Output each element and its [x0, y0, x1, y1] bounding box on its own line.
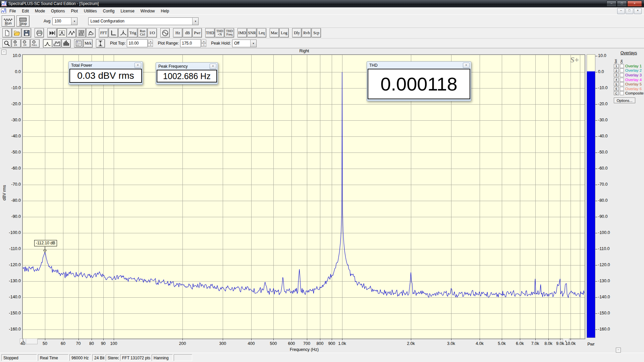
wave-icon — [68, 29, 75, 37]
triggering-button[interactable]: Trig — [128, 28, 138, 38]
imd-button[interactable]: IMD — [237, 28, 247, 38]
overlay-on-5-checkbox[interactable] — [620, 82, 624, 86]
new-file-button[interactable] — [2, 28, 12, 38]
menu-utilities[interactable]: Utilities — [81, 8, 100, 14]
overlay-on-1-checkbox[interactable] — [620, 64, 624, 68]
overlays-options-button[interactable]: Options... — [614, 98, 635, 103]
zoom-out-full-button[interactable] — [31, 39, 40, 48]
child-restore-button[interactable]: □ — [626, 8, 633, 14]
peak-hold-select[interactable]: Off ▼ — [232, 40, 257, 47]
menu-plot[interactable]: Plot — [68, 8, 81, 14]
run-control-button[interactable]: Run Ctrl — [138, 28, 147, 38]
avg-select[interactable]: 100 ▼ — [52, 17, 77, 25]
close-icon[interactable]: × — [463, 63, 470, 68]
leq-button[interactable]: Leq — [257, 28, 266, 38]
thd-window[interactable]: THD × 0.000118 — [367, 61, 471, 101]
legend-button[interactable] — [74, 39, 83, 48]
x-axis-label: 1.0k — [332, 341, 352, 346]
overlay-label: Overlay 1 — [625, 64, 642, 68]
child-close-button[interactable]: × — [634, 8, 642, 14]
power-scale-tick — [595, 233, 597, 233]
power-scale-label: -150.0 — [598, 311, 615, 315]
x-axis-tick — [520, 339, 520, 340]
overlay-on-2-checkbox[interactable] — [620, 68, 624, 72]
menu-edit[interactable]: Edit — [19, 8, 32, 14]
overlay-on-3-checkbox[interactable] — [620, 73, 624, 77]
total-power-window[interactable]: Total Power × 0.03 dBV rms — [68, 61, 143, 85]
menu-options[interactable]: Options — [48, 8, 68, 14]
reverb-button[interactable]: Rvb — [302, 28, 311, 38]
print-button[interactable] — [35, 28, 44, 38]
plot-range-spinner[interactable]: ▲▼ — [201, 40, 206, 47]
amplitude-range-button[interactable] — [96, 39, 105, 48]
time-series-view-button[interactable] — [67, 28, 76, 38]
status-cell-hanning: Hanning — [152, 354, 173, 361]
spectrum-view-button[interactable] — [57, 28, 66, 38]
stop-button[interactable]: Stop — [16, 15, 30, 27]
input-output-button[interactable]: I/O — [148, 28, 157, 38]
scope-button[interactable]: Scp — [312, 28, 321, 38]
zoom-in-2x-button[interactable] — [12, 39, 21, 48]
maximize-button[interactable]: □ — [617, 1, 627, 7]
plot-top-input[interactable] — [127, 39, 148, 47]
y-axis-label: -30.0 — [1, 118, 21, 122]
plot-top-spinner[interactable]: ▲▼ — [148, 40, 153, 47]
bar-plot-style-button[interactable] — [52, 39, 61, 48]
menu-license[interactable]: License — [117, 8, 137, 14]
thd-freq-button[interactable]: THD Freq — [225, 28, 234, 38]
zoom-tool-button[interactable] — [2, 39, 11, 48]
total-power-button[interactable]: Pwr — [193, 28, 202, 38]
surface-view-button[interactable] — [86, 28, 96, 38]
thd-button[interactable]: THD — [205, 28, 215, 38]
processing-button[interactable] — [118, 28, 128, 38]
frequency-units-button[interactable]: Hz — [173, 28, 182, 38]
overlay-set-C-button[interactable]: C — [614, 91, 619, 95]
overlay-on-6-checkbox[interactable] — [620, 87, 624, 91]
line-plot-style-button[interactable] — [43, 39, 52, 48]
overlay-set-4-button[interactable]: 4 — [614, 78, 619, 82]
chevron-down-icon[interactable]: ▼ — [192, 18, 198, 25]
delay-button[interactable]: Dly — [292, 28, 302, 38]
save-file-button[interactable] — [22, 28, 31, 38]
spectrum-chart[interactable] — [22, 54, 585, 339]
close-icon[interactable]: × — [210, 64, 216, 69]
snr-button[interactable]: SNR — [247, 28, 257, 38]
overlay-on-4-checkbox[interactable] — [620, 78, 624, 82]
thd-plus-n-button[interactable]: THD +N — [215, 28, 224, 38]
logging-button[interactable]: Log — [279, 28, 289, 38]
overlay-set-1-button[interactable]: 1 — [614, 64, 619, 68]
amplitude-units-button[interactable]: dB — [183, 28, 192, 38]
chevron-down-icon[interactable]: ▼ — [71, 18, 77, 25]
signal-generator-button[interactable] — [160, 28, 170, 38]
peak-frequency-window[interactable]: Peak Frequency × 1002.686 Hz — [156, 62, 218, 84]
overlay-on-C-checkbox[interactable] — [620, 91, 624, 95]
menu-help[interactable]: Help — [158, 8, 172, 14]
menu-mode[interactable]: Mode — [32, 8, 48, 14]
close-button[interactable]: × — [627, 1, 642, 7]
avg-value: 100 — [54, 19, 61, 23]
menu-config[interactable]: Config — [100, 8, 118, 14]
y-axis-label: -140.0 — [1, 295, 21, 299]
post-process-button[interactable] — [47, 28, 57, 38]
close-icon[interactable]: × — [135, 63, 141, 68]
minimize-button[interactable]: – — [606, 1, 616, 7]
menu-file[interactable]: File — [6, 8, 19, 14]
child-minimize-button[interactable]: – — [617, 8, 625, 14]
scaling-button[interactable] — [109, 28, 118, 38]
plot-range-input[interactable] — [180, 39, 201, 47]
sgram-icon — [78, 29, 85, 37]
overlay-label: Overlay 6 — [625, 87, 642, 91]
histogram-plot-style-button[interactable] — [62, 39, 71, 48]
pane-collapse-bottom-icon[interactable]: – — [616, 348, 621, 353]
fft-settings-button[interactable]: FFT — [99, 28, 108, 38]
zout-icon — [22, 40, 29, 47]
menu-window[interactable]: Window — [138, 8, 158, 14]
load-configuration-select[interactable]: Load Configuration ▼ — [88, 17, 199, 25]
spectrogram-view-button[interactable] — [76, 28, 86, 38]
zoom-out-2x-button[interactable] — [21, 39, 30, 48]
run-button[interactable]: Run — [2, 15, 15, 27]
chevron-down-icon[interactable]: ▼ — [250, 40, 256, 47]
open-file-button[interactable] — [12, 28, 21, 38]
markers-button[interactable]: Mrk — [84, 39, 93, 48]
macro-button[interactable]: Mac — [270, 28, 279, 38]
